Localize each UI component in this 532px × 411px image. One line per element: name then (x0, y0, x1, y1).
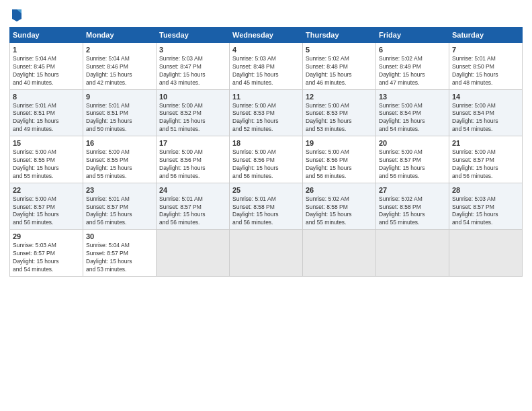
calendar-cell: 12Sunrise: 5:00 AM Sunset: 8:53 PM Dayli… (303, 89, 376, 136)
day-info: Sunrise: 5:03 AM Sunset: 8:57 PM Dayligh… (13, 242, 80, 274)
calendar-table: SundayMondayTuesdayWednesdayThursdayFrid… (9, 27, 523, 277)
col-header-wednesday: Wednesday (230, 28, 303, 43)
calendar-cell: 7Sunrise: 5:01 AM Sunset: 8:50 PM Daylig… (449, 43, 523, 90)
day-info: Sunrise: 5:04 AM Sunset: 8:45 PM Dayligh… (13, 55, 80, 87)
calendar-week-4: 22Sunrise: 5:00 AM Sunset: 8:57 PM Dayli… (10, 183, 523, 230)
day-info: Sunrise: 5:04 AM Sunset: 8:57 PM Dayligh… (86, 242, 153, 274)
calendar-cell: 11Sunrise: 5:00 AM Sunset: 8:53 PM Dayli… (230, 89, 303, 136)
calendar-cell: 14Sunrise: 5:00 AM Sunset: 8:54 PM Dayli… (449, 89, 523, 136)
day-info: Sunrise: 5:02 AM Sunset: 8:58 PM Dayligh… (379, 195, 446, 228)
calendar-week-2: 8Sunrise: 5:01 AM Sunset: 8:51 PM Daylig… (10, 89, 523, 136)
day-info: Sunrise: 5:03 AM Sunset: 8:48 PM Dayligh… (232, 55, 300, 87)
calendar-cell: 22Sunrise: 5:00 AM Sunset: 8:57 PM Dayli… (10, 183, 83, 230)
day-info: Sunrise: 5:00 AM Sunset: 8:57 PM Dayligh… (452, 148, 519, 181)
calendar-header: SundayMondayTuesdayWednesdayThursdayFrid… (10, 28, 523, 43)
day-info: Sunrise: 5:00 AM Sunset: 8:54 PM Dayligh… (379, 102, 446, 134)
day-number: 18 (232, 139, 300, 147)
calendar-body: 1Sunrise: 5:04 AM Sunset: 8:45 PM Daylig… (10, 43, 523, 277)
day-number: 10 (159, 93, 226, 101)
col-header-monday: Monday (83, 28, 157, 43)
calendar-cell: 10Sunrise: 5:00 AM Sunset: 8:52 PM Dayli… (157, 89, 230, 136)
calendar-cell: 3Sunrise: 5:03 AM Sunset: 8:47 PM Daylig… (157, 43, 230, 90)
day-info: Sunrise: 5:02 AM Sunset: 8:58 PM Dayligh… (306, 195, 373, 228)
day-number: 26 (306, 186, 373, 194)
day-number: 21 (452, 139, 519, 147)
day-info: Sunrise: 5:03 AM Sunset: 8:47 PM Dayligh… (159, 55, 226, 87)
calendar-cell: 27Sunrise: 5:02 AM Sunset: 8:58 PM Dayli… (376, 183, 449, 230)
day-info: Sunrise: 5:00 AM Sunset: 8:54 PM Dayligh… (452, 102, 519, 134)
calendar-cell: 17Sunrise: 5:00 AM Sunset: 8:56 PM Dayli… (157, 136, 230, 183)
day-number: 9 (86, 93, 153, 101)
calendar-cell: 25Sunrise: 5:01 AM Sunset: 8:58 PM Dayli… (230, 183, 303, 230)
day-number: 7 (452, 46, 519, 54)
day-info: Sunrise: 5:03 AM Sunset: 8:57 PM Dayligh… (452, 195, 519, 228)
calendar-cell: 21Sunrise: 5:00 AM Sunset: 8:57 PM Dayli… (449, 136, 523, 183)
day-info: Sunrise: 5:02 AM Sunset: 8:49 PM Dayligh… (379, 55, 446, 87)
day-number: 6 (379, 46, 446, 54)
day-number: 11 (232, 93, 300, 101)
day-info: Sunrise: 5:01 AM Sunset: 8:51 PM Dayligh… (86, 102, 153, 134)
day-number: 20 (379, 139, 446, 147)
day-number: 1 (13, 46, 80, 54)
day-number: 27 (379, 186, 446, 194)
calendar-cell: 4Sunrise: 5:03 AM Sunset: 8:48 PM Daylig… (230, 43, 303, 90)
calendar-cell (303, 230, 376, 277)
calendar-cell: 28Sunrise: 5:03 AM Sunset: 8:57 PM Dayli… (449, 183, 523, 230)
calendar-cell: 2Sunrise: 5:04 AM Sunset: 8:46 PM Daylig… (83, 43, 157, 90)
day-number: 5 (306, 46, 373, 54)
day-number: 13 (379, 93, 446, 101)
day-number: 22 (13, 186, 80, 194)
calendar-cell: 13Sunrise: 5:00 AM Sunset: 8:54 PM Dayli… (376, 89, 449, 136)
calendar-cell: 23Sunrise: 5:01 AM Sunset: 8:57 PM Dayli… (83, 183, 157, 230)
day-number: 15 (13, 139, 80, 147)
day-number: 16 (86, 139, 153, 147)
day-info: Sunrise: 5:00 AM Sunset: 8:55 PM Dayligh… (13, 148, 80, 181)
day-info: Sunrise: 5:00 AM Sunset: 8:53 PM Dayligh… (306, 102, 373, 134)
calendar-cell: 24Sunrise: 5:01 AM Sunset: 8:57 PM Dayli… (157, 183, 230, 230)
header (9, 7, 523, 21)
day-info: Sunrise: 5:01 AM Sunset: 8:57 PM Dayligh… (86, 195, 153, 228)
day-info: Sunrise: 5:01 AM Sunset: 8:50 PM Dayligh… (452, 55, 519, 87)
calendar-cell: 5Sunrise: 5:02 AM Sunset: 8:48 PM Daylig… (303, 43, 376, 90)
day-number: 28 (452, 186, 519, 194)
calendar-cell (376, 230, 449, 277)
day-number: 30 (86, 232, 153, 240)
day-info: Sunrise: 5:00 AM Sunset: 8:56 PM Dayligh… (159, 148, 226, 181)
calendar-cell: 29Sunrise: 5:03 AM Sunset: 8:57 PM Dayli… (10, 230, 83, 277)
calendar-week-1: 1Sunrise: 5:04 AM Sunset: 8:45 PM Daylig… (10, 43, 523, 90)
day-info: Sunrise: 5:02 AM Sunset: 8:48 PM Dayligh… (306, 55, 373, 87)
calendar-week-3: 15Sunrise: 5:00 AM Sunset: 8:55 PM Dayli… (10, 136, 523, 183)
day-info: Sunrise: 5:00 AM Sunset: 8:57 PM Dayligh… (379, 148, 446, 181)
col-header-saturday: Saturday (449, 28, 523, 43)
calendar-cell (230, 230, 303, 277)
calendar-cell: 9Sunrise: 5:01 AM Sunset: 8:51 PM Daylig… (83, 89, 157, 136)
calendar-cell: 20Sunrise: 5:00 AM Sunset: 8:57 PM Dayli… (376, 136, 449, 183)
day-number: 12 (306, 93, 373, 101)
calendar-cell (157, 230, 230, 277)
logo (9, 7, 23, 21)
calendar-cell: 26Sunrise: 5:02 AM Sunset: 8:58 PM Dayli… (303, 183, 376, 230)
calendar-week-5: 29Sunrise: 5:03 AM Sunset: 8:57 PM Dayli… (10, 230, 523, 277)
day-number: 2 (86, 46, 153, 54)
day-number: 19 (306, 139, 373, 147)
calendar-cell: 16Sunrise: 5:00 AM Sunset: 8:55 PM Dayli… (83, 136, 157, 183)
day-number: 3 (159, 46, 226, 54)
day-info: Sunrise: 5:00 AM Sunset: 8:56 PM Dayligh… (306, 148, 373, 181)
col-header-sunday: Sunday (10, 28, 83, 43)
calendar-cell: 18Sunrise: 5:00 AM Sunset: 8:56 PM Dayli… (230, 136, 303, 183)
day-number: 8 (13, 93, 80, 101)
day-info: Sunrise: 5:04 AM Sunset: 8:46 PM Dayligh… (86, 55, 153, 87)
calendar-cell (449, 230, 523, 277)
day-info: Sunrise: 5:00 AM Sunset: 8:56 PM Dayligh… (232, 148, 300, 181)
calendar-cell: 15Sunrise: 5:00 AM Sunset: 8:55 PM Dayli… (10, 136, 83, 183)
day-number: 24 (159, 186, 226, 194)
day-number: 29 (13, 232, 80, 240)
day-info: Sunrise: 5:00 AM Sunset: 8:52 PM Dayligh… (159, 102, 226, 134)
calendar-cell: 19Sunrise: 5:00 AM Sunset: 8:56 PM Dayli… (303, 136, 376, 183)
day-number: 14 (452, 93, 519, 101)
day-info: Sunrise: 5:00 AM Sunset: 8:53 PM Dayligh… (232, 102, 300, 134)
day-info: Sunrise: 5:01 AM Sunset: 8:57 PM Dayligh… (159, 195, 226, 228)
day-info: Sunrise: 5:01 AM Sunset: 8:51 PM Dayligh… (13, 102, 80, 134)
col-header-thursday: Thursday (303, 28, 376, 43)
day-info: Sunrise: 5:01 AM Sunset: 8:58 PM Dayligh… (232, 195, 300, 228)
